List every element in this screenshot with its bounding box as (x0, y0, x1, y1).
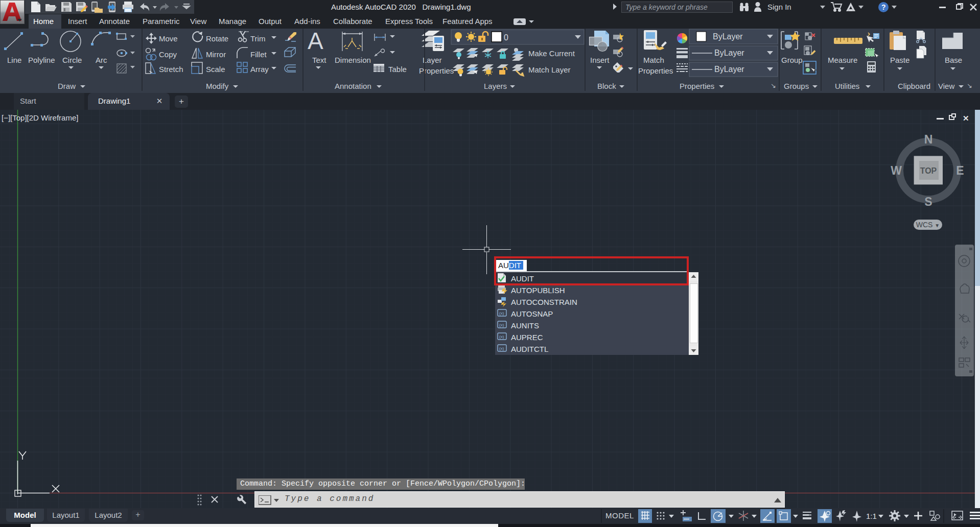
svg-text:(x): (x) (499, 311, 504, 316)
svg-text:S: S (924, 195, 932, 208)
svg-text:(x): (x) (499, 334, 504, 339)
svg-text:(x): (x) (499, 346, 504, 351)
svg-text:ByLayer: ByLayer (714, 65, 744, 74)
svg-text:Sign In: Sign In (767, 3, 791, 11)
svg-text:ByLayer: ByLayer (714, 49, 744, 57)
svg-text:ByLayer: ByLayer (713, 32, 743, 41)
svg-text:1:1: 1:1 (866, 512, 877, 520)
svg-text:W: W (891, 164, 902, 177)
svg-text:?: ? (881, 3, 886, 11)
svg-text:A: A (308, 29, 323, 54)
svg-text:(x): (x) (499, 323, 504, 327)
svg-text:N: N (924, 133, 933, 146)
svg-text:TOP: TOP (920, 166, 937, 175)
svg-text:0: 0 (504, 33, 508, 42)
svg-text:E: E (956, 164, 964, 177)
